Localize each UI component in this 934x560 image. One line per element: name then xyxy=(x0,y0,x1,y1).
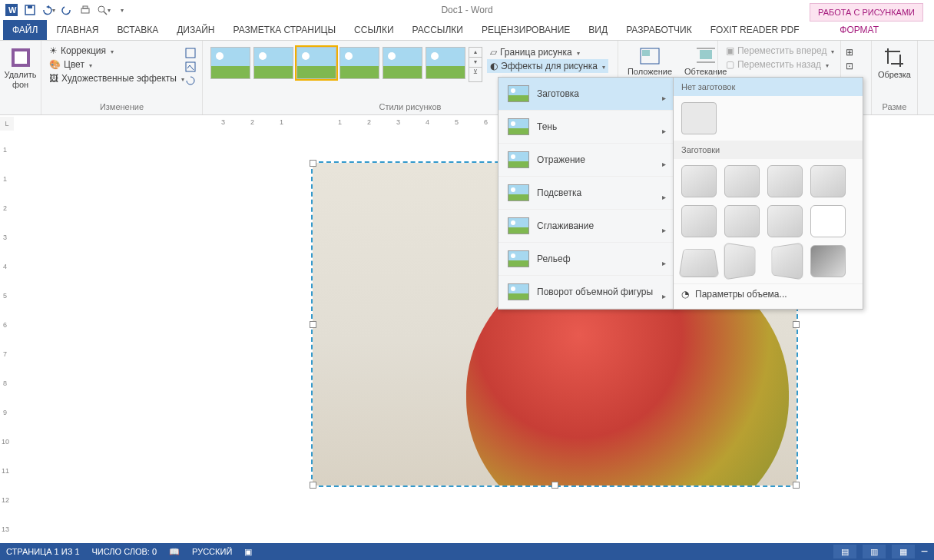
picture-styles-gallery xyxy=(207,44,469,82)
remove-background-button[interactable]: Удалить фон xyxy=(5,44,36,91)
zoom-out-button[interactable]: − xyxy=(921,545,928,558)
preset-1[interactable] xyxy=(681,165,717,197)
svg-rect-11 xyxy=(186,62,195,71)
vertical-ruler[interactable]: 1 12 34 56 78 910 1112 13 xyxy=(0,131,15,543)
resize-handle-bl[interactable] xyxy=(310,482,316,489)
preset-12[interactable] xyxy=(810,245,846,277)
word-icon[interactable]: W xyxy=(3,2,20,18)
status-language[interactable]: РУССКИЙ xyxy=(192,547,232,556)
style-thumb-5[interactable] xyxy=(383,47,422,79)
preset-7[interactable] xyxy=(767,205,803,237)
compress-pictures-icon[interactable] xyxy=(184,47,197,59)
color-button[interactable]: 🎨Цвет xyxy=(46,58,197,71)
group-change-label: Изменение xyxy=(46,102,197,113)
backward-icon: ▢ xyxy=(726,59,734,70)
preset-9[interactable] xyxy=(679,249,720,277)
gallery-more-icon[interactable]: ⊻ xyxy=(469,68,482,77)
tab-review[interactable]: РЕЦЕНЗИРОВАНИЕ xyxy=(472,20,579,40)
tab-insert[interactable]: ВСТАВКА xyxy=(108,20,167,40)
effect-bevel[interactable]: Рельеф xyxy=(498,243,674,276)
ruler-corner: L xyxy=(0,117,15,131)
save-icon[interactable] xyxy=(22,2,38,18)
picture-effects-button[interactable]: ◐Эффекты для рисунка xyxy=(487,59,608,73)
flyout-none-header: Нет заготовок xyxy=(674,78,863,96)
artistic-effects-button[interactable]: 🖼Художественные эффекты xyxy=(46,71,197,85)
style-thumb-1[interactable] xyxy=(210,47,250,79)
tab-developer[interactable]: РАЗРАБОТЧИК xyxy=(617,20,701,40)
style-thumb-6[interactable] xyxy=(426,47,465,79)
preset-2[interactable] xyxy=(724,165,760,197)
view-print-icon[interactable]: ▥ xyxy=(863,545,886,558)
tab-view[interactable]: ВИД xyxy=(579,20,617,40)
context-tab-picture-tools[interactable]: РАБОТА С РИСУНКАМИ xyxy=(810,3,923,22)
picture-effects-dropdown: Заготовка Тень Отражение Подсветка Сглаж… xyxy=(498,77,674,310)
style-thumb-4[interactable] xyxy=(339,47,379,79)
view-read-icon[interactable]: ▤ xyxy=(833,545,856,558)
preset-6[interactable] xyxy=(724,205,760,237)
rotation-icon xyxy=(508,283,529,300)
flyout-presets-header: Заготовки xyxy=(674,141,863,159)
tab-format[interactable]: ФОРМАТ xyxy=(830,20,888,40)
tab-design[interactable]: ДИЗАЙН xyxy=(167,20,224,40)
effect-3d-rotation[interactable]: Поворот объемной фигуры xyxy=(498,276,674,309)
svg-rect-13 xyxy=(642,50,650,56)
resize-handle-mr[interactable] xyxy=(793,321,800,328)
tab-foxit[interactable]: FOXIT READER PDF xyxy=(701,20,809,40)
undo-icon[interactable]: ▾ xyxy=(40,2,57,18)
style-thumb-3[interactable] xyxy=(296,47,336,79)
preset-11[interactable] xyxy=(772,242,803,280)
corrections-button[interactable]: ☀Коррекция xyxy=(46,44,197,58)
effect-soft-edges[interactable]: Сглаживание xyxy=(498,210,674,243)
tab-mailings[interactable]: РАССЫЛКИ xyxy=(403,20,472,40)
brightness-icon: ☀ xyxy=(49,45,58,56)
preset-3[interactable] xyxy=(767,165,803,197)
gallery-scroll: ▴ ▾ ⊻ xyxy=(469,47,482,82)
effect-shadow[interactable]: Тень xyxy=(498,111,674,144)
ribbon-tabs: ФАЙЛ ГЛАВНАЯ ВСТАВКА ДИЗАЙН РАЗМЕТКА СТР… xyxy=(0,20,934,41)
svg-line-7 xyxy=(104,12,107,15)
position-button[interactable]: Положение xyxy=(623,44,677,78)
view-web-icon[interactable]: ▦ xyxy=(892,545,915,558)
tab-file[interactable]: ФАЙЛ xyxy=(3,20,47,40)
preset-5[interactable] xyxy=(681,205,717,237)
gallery-down-icon[interactable]: ▾ xyxy=(469,58,482,68)
reset-picture-icon[interactable] xyxy=(184,75,197,87)
svg-point-6 xyxy=(98,6,104,12)
resize-handle-ml[interactable] xyxy=(310,321,316,328)
align-icon[interactable]: ⊞ xyxy=(846,47,858,59)
print-preview-icon[interactable]: ▾ xyxy=(95,2,112,18)
forward-icon: ▣ xyxy=(726,45,734,56)
effects-icon: ◐ xyxy=(490,61,498,71)
preset-10[interactable] xyxy=(724,242,756,280)
status-macro-icon[interactable]: ▣ xyxy=(244,547,252,557)
preset-4[interactable] xyxy=(810,165,846,197)
tab-page-layout[interactable]: РАЗМЕТКА СТРАНИЦЫ xyxy=(224,20,346,40)
gallery-up-icon[interactable]: ▴ xyxy=(469,48,482,58)
resize-handle-br[interactable] xyxy=(793,482,800,489)
status-page[interactable]: СТРАНИЦА 1 ИЗ 1 xyxy=(6,547,80,556)
qat-customize-icon[interactable]: ▾ xyxy=(114,2,131,18)
send-backward-button[interactable]: ▢Переместить назад xyxy=(723,58,836,71)
change-picture-icon[interactable] xyxy=(184,61,197,73)
resize-handle-tl[interactable] xyxy=(310,160,316,167)
redo-icon[interactable] xyxy=(58,2,75,18)
status-word-count[interactable]: ЧИСЛО СЛОВ: 0 xyxy=(92,547,157,556)
style-thumb-2[interactable] xyxy=(253,47,293,79)
picture-border-button[interactable]: ▱Граница рисунка xyxy=(487,45,608,59)
crop-button[interactable]: Обрезка xyxy=(876,44,912,81)
effect-reflection[interactable]: Отражение xyxy=(498,144,674,177)
effect-glow[interactable]: Подсветка xyxy=(498,177,674,210)
bring-forward-button[interactable]: ▣Переместить вперед xyxy=(723,44,836,58)
quick-print-icon[interactable] xyxy=(77,2,94,18)
tab-home[interactable]: ГЛАВНАЯ xyxy=(47,20,108,40)
resize-handle-bm[interactable] xyxy=(551,482,558,489)
effect-preset[interactable]: Заготовка xyxy=(498,78,674,111)
3d-options-button[interactable]: ◔Параметры объема... xyxy=(674,283,863,304)
status-spellcheck-icon[interactable]: 📖 xyxy=(169,547,180,557)
preset-none[interactable] xyxy=(681,102,717,134)
preset-8[interactable] xyxy=(810,205,846,237)
svg-text:W: W xyxy=(8,5,17,15)
tab-references[interactable]: ССЫЛКИ xyxy=(345,20,402,40)
group-icon[interactable]: ⊡ xyxy=(846,61,858,73)
options-icon: ◔ xyxy=(681,289,689,300)
